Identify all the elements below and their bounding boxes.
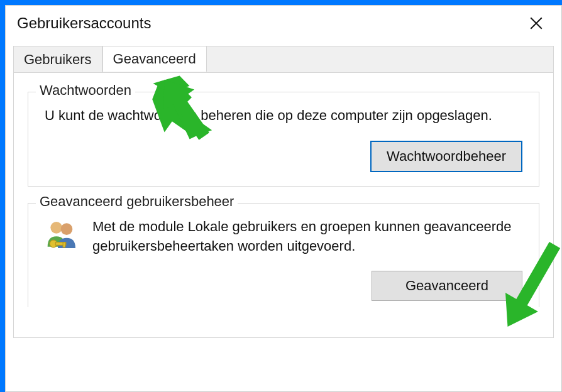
advanced-legend: Geavanceerd gebruikersbeheer xyxy=(36,193,238,210)
tab-strip: Gebruikers Geavanceerd xyxy=(13,46,554,72)
passwords-legend: Wachtwoorden xyxy=(36,82,135,99)
close-icon xyxy=(530,17,543,30)
tab-advanced[interactable]: Geavanceerd xyxy=(102,46,207,72)
users-key-icon xyxy=(45,217,80,253)
password-manager-button[interactable]: Wachtwoordbeheer xyxy=(370,141,522,172)
advanced-description: Met de module Lokale gebruikers en groep… xyxy=(92,217,522,256)
svg-point-3 xyxy=(61,223,73,235)
advanced-user-mgmt-groupbox: Geavanceerd gebruikersbeheer Met de modu… xyxy=(28,203,539,308)
tab-content-advanced: Wachtwoorden U kunt de wachtwoorden behe… xyxy=(13,72,554,338)
svg-point-2 xyxy=(50,222,62,234)
svg-rect-6 xyxy=(63,242,65,247)
user-accounts-dialog: Gebruikersaccounts Gebruikers Geavanceer… xyxy=(5,5,562,392)
dialog-title: Gebruikersaccounts xyxy=(17,14,151,32)
passwords-groupbox: Wachtwoorden U kunt de wachtwoorden behe… xyxy=(28,92,539,187)
advanced-button[interactable]: Geavanceerd xyxy=(372,271,522,301)
passwords-description: U kunt de wachtwoorden beheren die op de… xyxy=(45,106,522,126)
titlebar: Gebruikersaccounts xyxy=(6,6,561,41)
tab-users[interactable]: Gebruikers xyxy=(14,46,102,72)
close-button[interactable] xyxy=(522,9,550,37)
